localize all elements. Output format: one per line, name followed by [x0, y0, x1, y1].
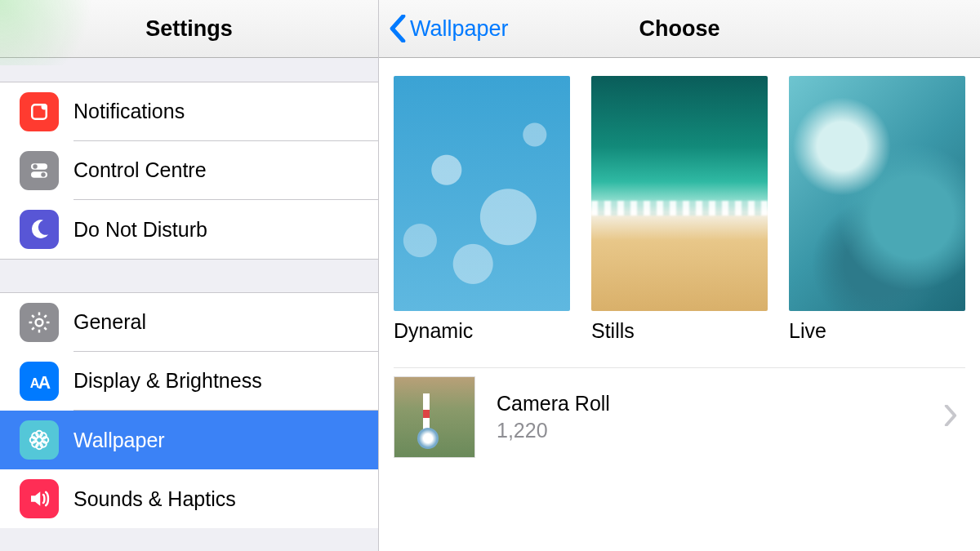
dynamic-thumbnail [394, 76, 570, 311]
sidebar-group-2: General AA Display & Brightness Wallpape… [0, 293, 378, 528]
settings-sidebar: Settings Notifications Control Centre [0, 0, 379, 551]
detail-pane: Wallpaper Choose Dynamic Stills Live [379, 0, 980, 551]
category-label: Dynamic [394, 319, 570, 343]
sidebar-item-general[interactable]: General [0, 293, 378, 352]
control-centre-icon [20, 151, 59, 190]
detail-body: Dynamic Stills Live Camera Roll 1,220 [379, 58, 980, 465]
sidebar-item-display-brightness[interactable]: AA Display & Brightness [0, 352, 378, 411]
back-label: Wallpaper [410, 16, 509, 42]
sidebar-group-1: Notifications Control Centre Do Not Dist… [0, 82, 378, 259]
category-label: Stills [591, 319, 768, 343]
svg-point-3 [33, 164, 38, 169]
svg-point-1 [42, 104, 48, 110]
general-icon [20, 303, 59, 342]
wallpaper-icon [20, 420, 59, 460]
sidebar-header: Settings [0, 0, 378, 58]
sidebar-item-label: Display & Brightness [74, 369, 262, 393]
sidebar-item-label: Wallpaper [74, 429, 165, 452]
album-count: 1,220 [497, 419, 944, 442]
album-camera-roll[interactable]: Camera Roll 1,220 [394, 367, 965, 465]
svg-point-5 [41, 172, 46, 177]
sidebar-item-notifications[interactable]: Notifications [0, 82, 378, 141]
category-dynamic[interactable]: Dynamic [394, 76, 570, 343]
sidebar-item-label: General [74, 310, 146, 334]
sidebar-item-label: Notifications [74, 100, 185, 123]
sidebar-item-wallpaper[interactable]: Wallpaper [0, 411, 378, 469]
stills-thumbnail [591, 76, 768, 311]
display-brightness-icon: AA [20, 362, 59, 401]
chevron-right-icon [944, 405, 957, 429]
album-title: Camera Roll [497, 392, 944, 415]
sidebar-title: Settings [145, 16, 233, 42]
app-root: Settings Notifications Control Centre [0, 0, 980, 551]
do-not-disturb-icon [20, 210, 59, 249]
album-info: Camera Roll 1,220 [497, 392, 944, 442]
detail-title: Choose [639, 16, 719, 42]
svg-point-6 [36, 319, 43, 327]
sidebar-item-do-not-disturb[interactable]: Do Not Disturb [0, 200, 378, 259]
albums-list: Camera Roll 1,220 [394, 367, 965, 465]
sidebar-item-label: Control Centre [74, 158, 207, 182]
sidebar-item-sounds-haptics[interactable]: Sounds & Haptics [0, 469, 378, 528]
sidebar-item-control-centre[interactable]: Control Centre [0, 141, 378, 200]
sidebar-item-label: Sounds & Haptics [74, 487, 236, 511]
notifications-icon [20, 92, 59, 131]
group-separator [0, 259, 378, 293]
back-button[interactable]: Wallpaper [379, 15, 509, 42]
detail-header: Wallpaper Choose [379, 0, 980, 58]
wallpaper-categories: Dynamic Stills Live [394, 76, 965, 343]
sounds-haptics-icon [20, 479, 59, 518]
category-stills[interactable]: Stills [591, 76, 768, 343]
category-live[interactable]: Live [789, 76, 965, 343]
chevron-left-icon [389, 15, 407, 42]
group-separator [0, 58, 378, 82]
sidebar-item-label: Do Not Disturb [74, 218, 207, 242]
album-thumbnail [394, 376, 475, 458]
svg-text:A: A [38, 373, 51, 393]
live-thumbnail [789, 76, 965, 311]
category-label: Live [789, 319, 965, 343]
